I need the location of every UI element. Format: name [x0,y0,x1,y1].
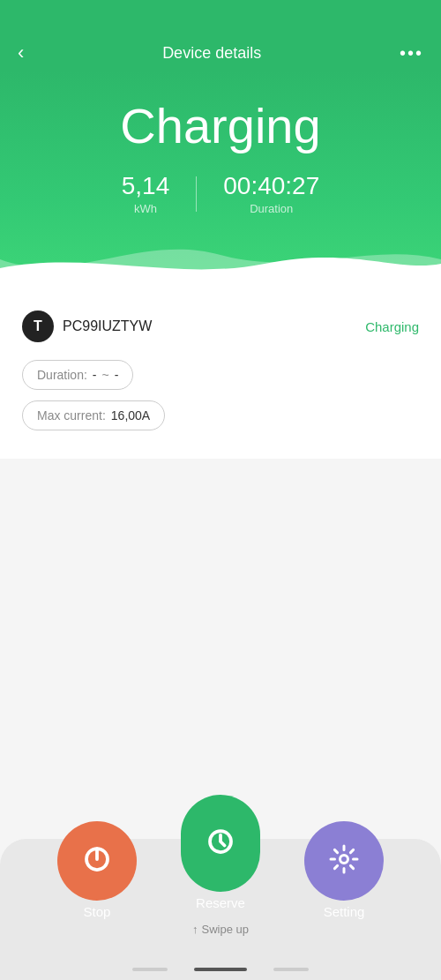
charging-status: Charging [18,97,423,154]
max-current-pill[interactable]: Max current: 16,00A [22,400,165,430]
stop-button[interactable]: Stop [57,821,137,919]
duration-value: 00:40:27 [223,172,319,200]
max-current-label: Max current: [37,408,106,423]
header-title: Device details [162,44,261,63]
duration-dash1: - [93,368,97,382]
action-bar-background: Stop Reserve [0,839,441,980]
header: ‹ Device details ••• [0,26,441,71]
duration-dash2: - [115,368,119,382]
svg-point-3 [340,856,348,864]
bottom-area: Stop Reserve [0,839,441,980]
device-left: T PC99IUZTYW [22,310,152,342]
bottom-nav [0,968,441,971]
back-button[interactable]: ‹ [18,41,24,64]
nav-dot-2 [194,968,247,971]
hero-stats: 5,14 kWh 00:40:27 Duration [18,172,423,215]
setting-label: Setting [324,904,365,919]
stop-label: Stop [84,904,111,919]
reserve-circle [181,795,260,892]
duration-stat: 00:40:27 Duration [197,172,346,215]
reserve-button[interactable]: Reserve [181,795,260,910]
duration-tilde: ~ [101,368,108,382]
device-row: T PC99IUZTYW Charging [22,310,419,342]
duration-pill-label: Duration: [37,368,87,382]
device-icon: T [22,310,54,342]
device-status-badge: Charging [365,319,419,334]
power-icon [81,843,113,879]
device-name: PC99IUZTYW [63,318,152,334]
clock-icon [205,826,236,861]
setting-circle [304,821,384,901]
stop-circle [57,821,137,901]
reserve-label: Reserve [196,895,245,910]
more-button[interactable]: ••• [400,43,423,64]
nav-dot-1 [132,968,168,971]
nav-dot-3 [273,968,309,971]
swipe-up-bar: ↑ Swipe up [0,923,441,936]
energy-label: kWh [122,202,170,215]
swipe-up-text: Swipe up [202,923,249,936]
hero-section: Charging 5,14 kWh 00:40:27 Duration [0,71,441,286]
action-buttons: Stop Reserve [0,804,441,919]
wave-decoration [0,233,441,286]
max-current-value: 16,00A [111,408,150,423]
duration-label: Duration [223,202,319,215]
gear-icon [328,843,360,879]
swipe-up-arrow: ↑ [192,923,198,936]
energy-stat: 5,14 kWh [95,172,197,215]
energy-value: 5,14 [122,172,170,200]
duration-pill[interactable]: Duration: - ~ - [22,360,133,390]
status-bar [0,0,441,26]
main-content: T PC99IUZTYW Charging Duration: - ~ - Ma… [0,284,441,459]
setting-button[interactable]: Setting [304,821,384,919]
